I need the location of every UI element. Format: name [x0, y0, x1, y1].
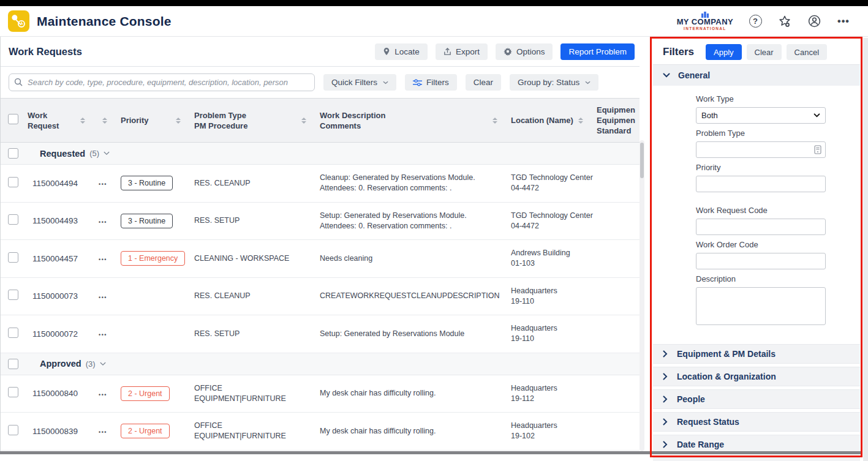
row-menu-icon[interactable]: ••• — [99, 294, 107, 301]
favorites-star-icon[interactable] — [777, 14, 792, 29]
select-all-checkbox[interactable] — [8, 114, 18, 124]
export-button[interactable]: Export — [436, 43, 488, 60]
work-request-row[interactable]: 1150004493 ••• 3 - Routine RES. SETUP Se… — [1, 203, 640, 241]
priority-input[interactable] — [696, 176, 826, 192]
location-cell: Andrews Building 01-103 — [511, 248, 597, 269]
sort-icon[interactable] — [301, 118, 306, 124]
row-menu-icon[interactable]: ••• — [99, 429, 107, 435]
sort-icon[interactable] — [80, 118, 85, 124]
group-header-row[interactable]: Approved (3) — [1, 353, 640, 375]
problem-type-input[interactable] — [696, 141, 826, 158]
column-header[interactable]: WorkRequest — [28, 110, 99, 131]
work-type-label: Work Type — [696, 94, 860, 103]
locate-button[interactable]: Locate — [375, 43, 428, 60]
work-request-code-input[interactable] — [696, 219, 826, 235]
section-people[interactable]: People — [653, 389, 860, 409]
help-icon[interactable]: ? — [748, 14, 763, 29]
row-checkbox[interactable] — [8, 214, 18, 225]
work-request-row[interactable]: 1150000839 ••• 2 - Urgent OFFICE EQUIPME… — [1, 413, 640, 451]
section-request-status[interactable]: Request Status — [653, 412, 860, 432]
row-checkbox[interactable] — [8, 290, 18, 300]
company-tagline: INTERNATIONAL — [684, 27, 726, 31]
column-header[interactable]: Work DescriptionComments — [320, 110, 511, 131]
row-checkbox[interactable] — [8, 252, 18, 263]
column-header[interactable]: Location (Name) — [511, 115, 597, 126]
wrench-clock-icon — [11, 13, 27, 29]
work-request-row[interactable]: 1150004457 ••• 1 - Emergency CLEANING - … — [1, 240, 640, 278]
table-body: Requested (5) 1150004494 ••• 3 - Routine… — [1, 143, 640, 451]
location-cell: Headquarters 19-110 — [511, 323, 597, 344]
maintenance-app-icon — [8, 10, 29, 32]
horizontal-scrollbar[interactable] — [0, 451, 861, 454]
problem-type: OFFICE EQUIPMENT|FURNITURE — [194, 383, 320, 404]
work-request-code: 1150004493 — [28, 216, 99, 225]
search-input[interactable] — [9, 73, 315, 91]
column-header[interactable]: EquipmenEquipmenStandard — [597, 105, 640, 136]
row-checkbox[interactable] — [8, 328, 18, 338]
work-request-row[interactable]: 1150000073 ••• RES. CLEANUP CREATEWORKRE… — [1, 278, 640, 316]
work-order-code-input[interactable] — [696, 253, 826, 269]
row-checkbox[interactable] — [8, 425, 18, 435]
options-button[interactable]: Options — [496, 43, 553, 60]
page-scrollbar[interactable] — [863, 38, 868, 461]
column-header[interactable]: Priority — [121, 115, 194, 126]
row-checkbox[interactable] — [8, 387, 18, 397]
group-checkbox[interactable] — [8, 148, 18, 159]
group-checkbox[interactable] — [8, 359, 18, 369]
location-room: 19-110 — [511, 334, 594, 344]
account-icon[interactable] — [807, 14, 821, 29]
filters-button[interactable]: Filters — [405, 74, 457, 91]
quick-filters-button[interactable]: Quick Filters — [323, 74, 396, 91]
report-problem-button[interactable]: Report Problem — [560, 43, 635, 60]
search-box — [9, 73, 315, 91]
work-type-select[interactable]: Both — [696, 107, 826, 124]
group-label: Requested — [40, 149, 85, 159]
section-location-organization[interactable]: Location & Organization — [653, 367, 860, 386]
work-request-row[interactable]: 1150000072 ••• RES. SETUP Setup: Generat… — [1, 315, 640, 353]
group-header-row[interactable]: Requested (5) — [1, 143, 640, 165]
description-textarea[interactable] — [696, 287, 826, 325]
maintenance-console-screen: Maintenance Console MY COMPANY INTERNATI… — [0, 0, 868, 461]
clear-filters-panel-button[interactable]: Clear — [747, 44, 782, 60]
section-general[interactable]: General — [653, 65, 860, 86]
sort-icon[interactable] — [578, 118, 583, 124]
collapsed-section-label: Date Range — [677, 440, 724, 449]
row-menu-icon[interactable]: ••• — [99, 392, 107, 398]
group-count: (5) — [89, 149, 99, 158]
table-scrollbar-thumb[interactable] — [640, 143, 644, 178]
row-menu-icon[interactable]: ••• — [99, 181, 107, 187]
sort-icon[interactable] — [102, 118, 107, 124]
location-name: Headquarters — [511, 323, 594, 334]
section-equipment-pm-details[interactable]: Equipment & PM Details — [653, 344, 860, 364]
location-room: 04-4472 — [511, 221, 594, 231]
sort-icon[interactable] — [176, 118, 181, 124]
section-parts-costs[interactable]: Parts & Costs — [653, 457, 860, 461]
group-by-button[interactable]: Group by: Status — [510, 74, 598, 91]
work-description: CREATEWORKREQUESTCLEANUPDESCRIPTION — [320, 291, 511, 301]
chevron-right-icon — [663, 373, 668, 380]
work-request-row[interactable]: 1150004494 ••• 3 - Routine RES. CLEANUP … — [1, 165, 640, 203]
priority-badge: 3 - Routine — [121, 176, 173, 190]
work-requests-pane: Work Requests Locate Export — [0, 37, 640, 452]
cancel-filters-button[interactable]: Cancel — [787, 44, 827, 60]
more-options-icon[interactable]: ••• — [836, 14, 851, 29]
value-picker-icon[interactable] — [814, 145, 821, 154]
location-room: 19-110 — [511, 296, 594, 307]
work-description: My desk chair has difficulty rolling. — [320, 426, 511, 437]
column-header[interactable] — [99, 118, 121, 124]
problem-type: RES. SETUP — [194, 329, 320, 339]
apply-filters-button[interactable]: Apply — [706, 44, 742, 60]
row-menu-icon[interactable]: ••• — [99, 257, 107, 263]
work-request-row[interactable]: 1150000840 ••• 2 - Urgent OFFICE EQUIPME… — [1, 375, 640, 413]
location-cell: Headquarters 19-112 — [511, 383, 597, 404]
collapsed-filter-sections: Equipment & PM Details Location & Organi… — [653, 344, 860, 461]
row-menu-icon[interactable]: ••• — [99, 332, 107, 338]
table-scrollbar[interactable] — [640, 140, 644, 451]
row-menu-icon[interactable]: ••• — [99, 219, 107, 225]
chevron-right-icon — [663, 395, 668, 403]
row-checkbox[interactable] — [8, 177, 18, 187]
sort-icon[interactable] — [492, 118, 497, 124]
clear-filters-button[interactable]: Clear — [466, 74, 501, 91]
column-header[interactable]: Problem TypePM Procedure — [194, 110, 320, 131]
filters-panel-title: Filters — [663, 46, 706, 58]
